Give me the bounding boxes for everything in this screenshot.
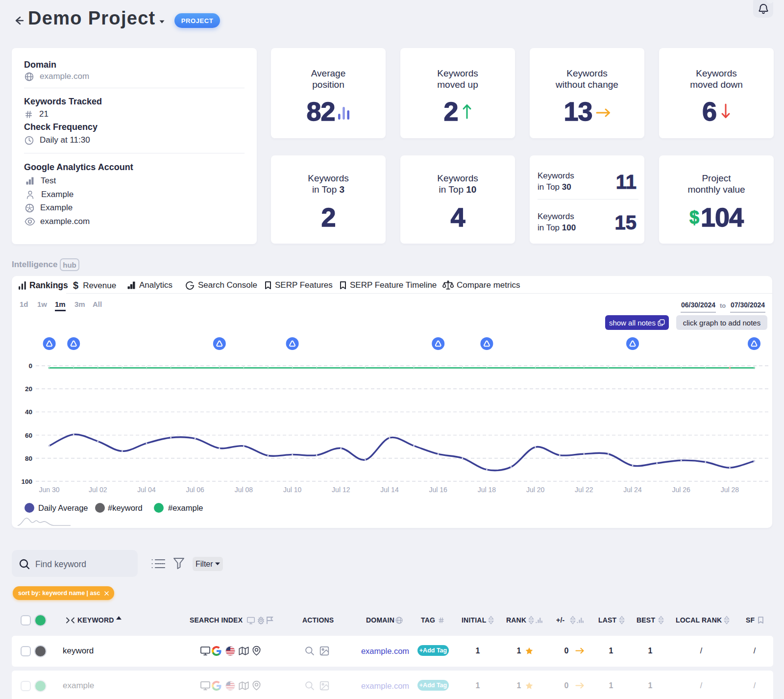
svg-text:0: 0 bbox=[28, 362, 32, 370]
svg-text:Jul 08: Jul 08 bbox=[235, 486, 253, 494]
svg-text:40: 40 bbox=[25, 408, 32, 416]
svg-text:Daily Average: Daily Average bbox=[38, 503, 88, 512]
svg-text:80: 80 bbox=[25, 455, 32, 462]
svg-text:Jul 26: Jul 26 bbox=[672, 486, 691, 494]
svg-text:#keyword: #keyword bbox=[108, 503, 143, 512]
svg-text:Jul 10: Jul 10 bbox=[283, 486, 302, 494]
svg-text:Jul 28: Jul 28 bbox=[721, 486, 739, 494]
svg-text:20: 20 bbox=[25, 385, 32, 393]
svg-text:100: 100 bbox=[21, 478, 32, 485]
svg-text:Jul 22: Jul 22 bbox=[575, 486, 593, 494]
svg-text:Jul 12: Jul 12 bbox=[332, 486, 350, 494]
svg-text:Jul 18: Jul 18 bbox=[478, 486, 496, 494]
svg-text:Jul 14: Jul 14 bbox=[380, 486, 399, 494]
svg-text:Jul 04: Jul 04 bbox=[137, 486, 156, 494]
svg-text:Jul 06: Jul 06 bbox=[186, 486, 205, 494]
svg-text:60: 60 bbox=[25, 432, 32, 439]
svg-text:#example: #example bbox=[168, 503, 203, 512]
svg-text:Jul 24: Jul 24 bbox=[623, 486, 642, 494]
svg-text:Jul 02: Jul 02 bbox=[89, 486, 107, 494]
svg-text:Jul 16: Jul 16 bbox=[429, 486, 448, 494]
svg-text:Jun 30: Jun 30 bbox=[39, 486, 60, 494]
svg-text:Jul 20: Jul 20 bbox=[526, 486, 545, 494]
